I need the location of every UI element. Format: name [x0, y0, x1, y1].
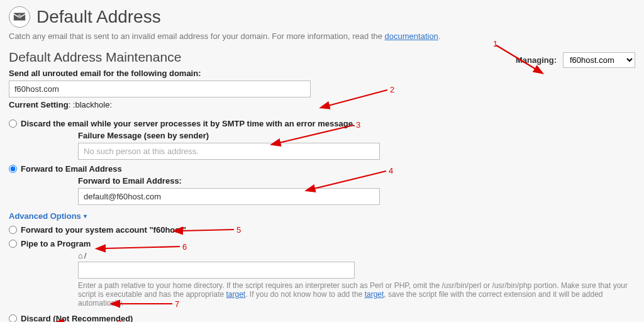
intro-prefix: Catch any email that is sent to an inval…	[9, 31, 385, 41]
caret-down-icon: ▾	[84, 213, 87, 219]
annotation-3: 3	[356, 120, 360, 130]
maintenance-heading: Default Address Maintenance	[9, 50, 311, 65]
discard-radio[interactable]	[9, 314, 17, 322]
domain-label: Send all unrouted email for the followin…	[9, 69, 311, 78]
failure-message-input[interactable]	[78, 143, 380, 160]
failure-message-label: Failure Message (seen by sender)	[78, 131, 635, 140]
forward-system-account: "f60host"	[149, 225, 186, 235]
annotation-1: 1	[493, 39, 497, 48]
current-setting: Current Setting: :blackhole:	[9, 100, 311, 109]
intro-text: Catch any email that is sent to an inval…	[9, 31, 635, 41]
forward-system-prefix: Forward to your system account	[21, 225, 149, 235]
current-setting-value: :blackhole:	[73, 100, 112, 109]
annotation-6: 6	[182, 242, 187, 252]
advanced-options-toggle[interactable]: Advanced Options ▾	[9, 211, 635, 221]
domain-input[interactable]	[9, 80, 311, 97]
forward-email-radio[interactable]	[9, 165, 17, 173]
forward-system-label[interactable]: Forward to your system account "f60host"	[21, 225, 186, 235]
discard-smtp-radio[interactable]	[9, 119, 17, 128]
pipe-help-text: Enter a path relative to your home direc…	[78, 281, 635, 308]
annotation-2: 2	[390, 85, 394, 94]
managing-label: Managing:	[516, 55, 557, 65]
envelope-at-icon: @	[9, 6, 30, 28]
pipe-help-2: . If you do not know how to add the	[245, 290, 364, 299]
annotation-4: 4	[389, 166, 393, 175]
pipe-target-link-2[interactable]: target	[365, 290, 384, 299]
managing-dropdown[interactable]: f60host.com	[563, 52, 635, 68]
forward-email-label[interactable]: Forward to Email Address	[21, 164, 122, 174]
current-setting-label: Current Setting	[9, 100, 69, 109]
pipe-path-input[interactable]	[78, 262, 355, 279]
annotation-5: 5	[236, 225, 241, 235]
pipe-slash: /	[84, 251, 87, 260]
page-title: Default Address	[36, 7, 161, 27]
forward-email-input[interactable]	[78, 188, 380, 205]
svg-text:@: @	[18, 14, 21, 18]
managing-selector: Managing: f60host.com	[516, 50, 635, 68]
intro-suffix: .	[438, 31, 441, 41]
forward-email-field-label: Forward to Email Address:	[78, 176, 635, 186]
discard-smtp-label[interactable]: Discard the email while your server proc…	[21, 119, 355, 128]
forward-system-radio[interactable]	[9, 226, 17, 234]
home-icon: ⌂	[78, 251, 83, 260]
documentation-link[interactable]: documentation	[385, 31, 438, 41]
pipe-label[interactable]: Pipe to a Program	[21, 239, 91, 248]
discard-label[interactable]: Discard (Not Recommended)	[21, 314, 133, 322]
pipe-radio[interactable]	[9, 240, 17, 248]
annotation-8: 8	[117, 318, 121, 322]
page-header: @ Default Address	[9, 6, 635, 28]
advanced-options-label: Advanced Options	[9, 211, 81, 221]
annotation-7: 7	[175, 299, 179, 309]
pipe-target-link-1[interactable]: target	[226, 290, 245, 299]
